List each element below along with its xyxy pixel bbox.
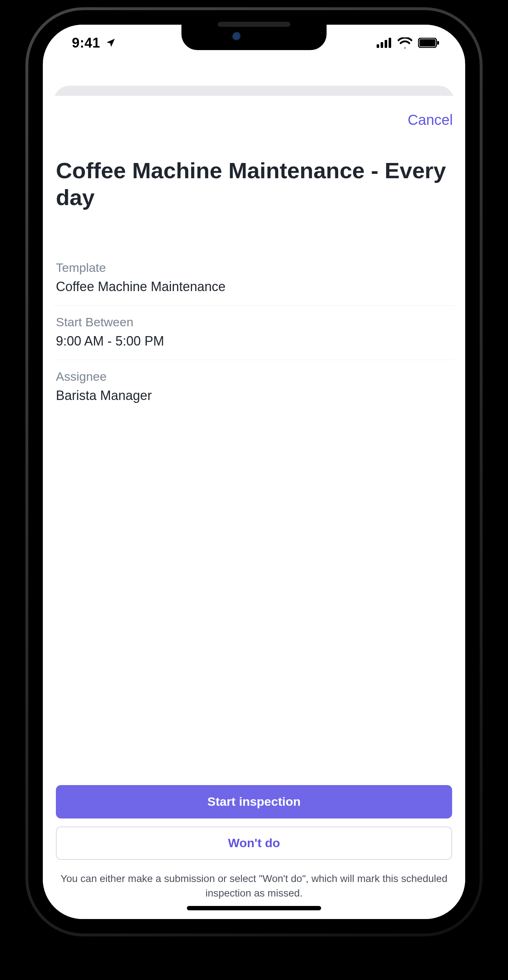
speaker-slit xyxy=(218,22,290,27)
field-label: Start Between xyxy=(56,315,452,329)
svg-rect-6 xyxy=(437,41,439,45)
phone-frame: 9:41 xyxy=(25,7,483,937)
status-bar-left: 9:41 xyxy=(65,35,116,51)
screen: 9:41 xyxy=(43,25,465,919)
field-value: Coffee Machine Maintenance xyxy=(56,279,452,294)
start-inspection-button[interactable]: Start inspection xyxy=(56,785,452,818)
field-label: Assignee xyxy=(56,369,452,383)
inspection-sheet: Cancel Coffee Machine Maintenance - Ever… xyxy=(43,96,465,919)
sheet-header: Cancel xyxy=(54,106,454,128)
status-time: 9:41 xyxy=(72,35,100,51)
status-bar-right xyxy=(377,37,443,48)
spacer xyxy=(54,414,454,785)
cellular-icon xyxy=(377,38,392,48)
svg-rect-2 xyxy=(385,40,387,48)
field-label: Template xyxy=(56,261,452,275)
field-value: 9:00 AM - 5:00 PM xyxy=(56,334,452,349)
cancel-button[interactable]: Cancel xyxy=(408,112,453,128)
svg-rect-5 xyxy=(419,39,435,46)
fields-list: Template Coffee Machine Maintenance Star… xyxy=(54,251,454,414)
field-assignee: Assignee Barista Manager xyxy=(54,360,454,414)
phone-bezel: 9:41 xyxy=(28,10,480,934)
field-start-between: Start Between 9:00 AM - 5:00 PM xyxy=(54,305,454,360)
location-arrow-icon xyxy=(105,37,116,48)
svg-rect-3 xyxy=(389,38,391,48)
field-template: Template Coffee Machine Maintenance xyxy=(54,251,454,305)
notch xyxy=(181,25,327,50)
svg-rect-0 xyxy=(377,44,379,48)
front-camera xyxy=(232,32,242,42)
wifi-icon xyxy=(398,37,412,48)
sheet-title: Coffee Machine Maintenance - Every day xyxy=(54,128,454,211)
field-value: Barista Manager xyxy=(56,388,452,403)
home-indicator[interactable] xyxy=(187,906,321,910)
svg-rect-1 xyxy=(381,42,383,48)
footnote-text: You can either make a submission or sele… xyxy=(54,860,454,901)
battery-icon xyxy=(418,38,440,48)
wont-do-button[interactable]: Won't do xyxy=(56,826,452,860)
